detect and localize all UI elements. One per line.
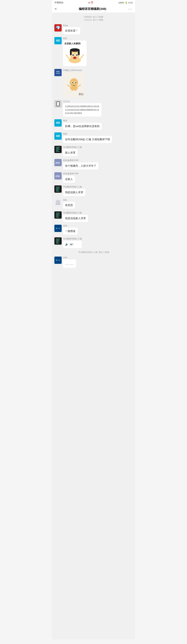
message-bubble[interactable]: 110010110110000100111010 111010110110001… — [63, 103, 102, 116]
svg-line-22 — [72, 90, 72, 91]
sticker-bubble[interactable]: 欢迎新人来爆照! — [63, 40, 86, 66]
audio-duration: 36" — [70, 242, 74, 246]
sender-name: CPP — [63, 225, 78, 227]
system-exit-message: "专业翻译288起-汇编" 退出了群聊 — [52, 251, 135, 254]
svg-rect-4 — [78, 50, 80, 55]
svg-point-14 — [70, 78, 78, 87]
message-bubble[interactable]: ...... — [63, 260, 76, 268]
message-bubble[interactable]: 一脸懵逼 — [63, 228, 78, 235]
message-bubble[interactable]: 你个憨脑壳，入群大半年了 — [63, 162, 98, 170]
message-content: 90后鉴黄师-PHP 还新人 — [63, 172, 78, 183]
sender-name: 111111 — [63, 100, 102, 103]
php-icon: php — [55, 161, 61, 164]
sender-name: 狗浪 — [63, 37, 86, 40]
message-row: 111111 110010110110000100111010 11101011… — [52, 99, 135, 118]
chat-header: < 编程语言聊骚群(348) ··· — [52, 5, 135, 13]
nfc-indicator: N ⏰ — [88, 2, 93, 4]
svg-point-10 — [73, 57, 76, 59]
message-bubble[interactable]: 欢迎欢迎！ — [63, 27, 80, 34]
battery-icon: 🔋 — [125, 2, 128, 4]
message-content: 狗浪 欢迎新人来爆照! — [63, 37, 86, 66]
sender-name: 狗浪 — [63, 119, 102, 122]
message-content: 狗浪 卧槽，是sei拉这两家伙进来的 — [63, 119, 102, 130]
avatar: php — [54, 172, 62, 180]
message-bubble[interactable]: 我是说他新人求罩 — [63, 215, 88, 222]
message-bubble[interactable]: 啥意思 — [63, 202, 75, 209]
svg-text:php: php — [56, 161, 60, 164]
sender-name: Ruby — [63, 24, 80, 27]
carrier-signal: 中国电信 — [54, 1, 63, 4]
avatar — [54, 212, 62, 219]
avatar: GO — [54, 37, 62, 44]
avatar: GO — [54, 119, 62, 126]
avatar — [54, 100, 62, 108]
sender-name: 学编程上W3Cschool — [63, 69, 85, 72]
message-content: 学编程上W3Cschool — [63, 69, 85, 98]
message-row: 专业翻译288起-汇编 🔊 36" — [52, 236, 135, 249]
message-content: 专业翻译288起-汇编 🔊 36" — [63, 237, 82, 248]
message-content: Ruby 欢迎欢迎！ — [63, 24, 80, 34]
audio-play-icon: 🔊 — [65, 242, 68, 246]
message-content: 111111 110010110110000100111010 11101011… — [63, 100, 102, 116]
sender-name: 90后鉴黄师-PHP — [63, 172, 78, 175]
audio-bubble[interactable]: 🔊 36" — [63, 241, 82, 248]
battery-time: 100% 🔋 4:10 — [118, 2, 133, 4]
sender-name: 狗浪 — [63, 132, 112, 136]
avatar: C++ — [54, 256, 62, 264]
avatar: php — [54, 159, 62, 166]
back-button[interactable]: < — [55, 7, 57, 11]
message-content: 专业翻译288起-汇编 新人求罩 — [63, 146, 82, 156]
svg-text:php: php — [56, 175, 60, 177]
avatar: GO — [54, 132, 62, 140]
sql-icon — [55, 199, 61, 206]
sticker-bubble[interactable]: 害怕 — [63, 72, 85, 98]
sender-name: CPP — [63, 256, 76, 259]
message-row: 专业翻译288起-汇编 新人求罩 — [52, 145, 135, 157]
message-row: C++ CPP 一脸懵逼 — [52, 224, 135, 236]
php-icon: php — [55, 174, 61, 178]
chat-title: 编程语言聊骚群(348) — [79, 7, 106, 11]
svg-point-17 — [72, 82, 73, 83]
svg-point-8 — [76, 54, 78, 56]
message-row: GO 狗浪 欢迎新人来爆照! — [52, 36, 135, 67]
chat-area: "000000" 加入了群聊 "111111" 加入了群聊 💎 Ruby 欢迎欢… — [52, 13, 135, 640]
message-bubble[interactable]: 卧槽，是sei拉这两家伙进来的 — [63, 123, 102, 130]
message-row: 💎 Ruby 欢迎欢迎！ — [52, 23, 135, 35]
message-row: php 90后鉴黄师-PHP 你个憨脑壳，入群大半年了 — [52, 158, 135, 170]
avatar: C++ — [54, 225, 62, 232]
sender-name: SQL — [63, 199, 75, 201]
message-bubble[interactable]: 还新人 — [63, 176, 75, 183]
sender-name: 专业翻译288起-汇编 — [63, 237, 82, 240]
message-bubble[interactable]: @专业翻译288起-汇编 大佬给翻译下呗 — [63, 136, 112, 143]
message-row: GO 狗浪 卧槽，是sei拉这两家伙进来的 — [52, 118, 135, 131]
avatar: W3C school — [54, 69, 62, 76]
svg-point-7 — [72, 54, 74, 56]
message-content: CPP 一脸懵逼 — [63, 225, 78, 235]
more-button[interactable]: ··· — [128, 7, 132, 11]
avatar — [54, 146, 62, 153]
status-bar: 中国电信 N ⏰ 100% 🔋 4:10 — [52, 0, 135, 5]
sender-name: 专业翻译288起-汇编 — [63, 212, 88, 214]
message-content: SQL 啥意思 — [63, 199, 75, 209]
message-row: W3C school 学编程上W3Cschool — [52, 68, 135, 99]
avatar: 💎 — [54, 24, 62, 32]
message-content: 90后鉴黄师-PHP 你个憨脑壳，入群大半年了 — [63, 159, 98, 170]
message-bubble[interactable]: 我是说新人求罩 — [63, 189, 85, 196]
svg-rect-3 — [70, 50, 72, 55]
meme-sticker — [64, 46, 85, 64]
svg-line-20 — [68, 85, 70, 87]
message-bubble[interactable]: 新人求罩 — [63, 149, 78, 156]
svg-line-11 — [66, 55, 69, 58]
message-row: SQL 啥意思 — [52, 198, 135, 210]
message-row: php 90后鉴黄师-PHP 还新人 — [52, 171, 135, 184]
sender-name: 专业翻译288起-汇编 — [63, 186, 85, 188]
avatar — [54, 199, 62, 206]
message-row: C++ CPP ...... — [52, 256, 135, 269]
ellipsis-text: ...... — [65, 262, 74, 266]
svg-line-12 — [81, 55, 84, 58]
sender-name: 专业翻译288起-汇编 — [63, 146, 82, 149]
scared-sticker — [64, 74, 84, 91]
message-content: 狗浪 @专业翻译288起-汇编 大佬给翻译下呗 — [63, 132, 112, 143]
system-join-message: "000000" 加入了群聊 "111111" 加入了群聊 — [52, 16, 135, 22]
svg-point-18 — [75, 82, 76, 83]
